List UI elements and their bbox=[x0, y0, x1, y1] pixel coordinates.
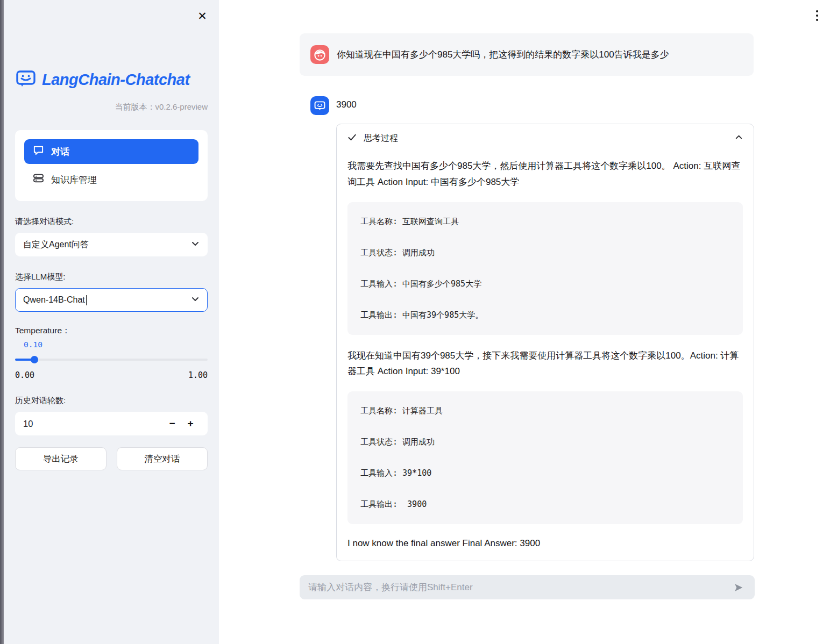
send-icon bbox=[733, 582, 744, 593]
tool-status-line: 工具状态: 调用成功 bbox=[360, 248, 730, 258]
llm-model-value: Qwen-14B-Chat bbox=[23, 295, 85, 305]
kebab-menu-icon[interactable] bbox=[810, 8, 824, 24]
tool-call-box-1: 工具名称: 互联网查询工具 工具状态: 调用成功 工具输入: 中国有多少个985… bbox=[347, 202, 743, 335]
dialog-mode-select[interactable]: 自定义Agent问答 bbox=[15, 233, 208, 256]
temperature-value: 0.10 bbox=[24, 340, 208, 349]
sidebar-item-dialogue[interactable]: 对话 bbox=[24, 139, 198, 164]
llm-model-select[interactable]: Qwen-14B-Chat bbox=[15, 288, 208, 312]
sidebar-item-knowledge-base[interactable]: 知识库管理 bbox=[24, 167, 198, 192]
tool-input-line: 工具输入: 中国有多少个985大学 bbox=[360, 279, 730, 289]
tool-call-box-2: 工具名称: 计算器工具 工具状态: 调用成功 工具输入: 39*100 工具输出… bbox=[347, 391, 743, 524]
llm-model-label: 选择LLM模型: bbox=[15, 272, 208, 282]
dialog-mode-label: 请选择对话模式: bbox=[15, 217, 208, 227]
sidebar: ✕ LangChain-Chatchat 当前版本：v0.2.6-preview… bbox=[4, 0, 219, 644]
user-face-icon bbox=[313, 47, 327, 62]
temperature-slider[interactable] bbox=[15, 356, 208, 363]
history-rounds-input[interactable]: 10 − + bbox=[15, 412, 208, 435]
tool-output-line: 工具输出: 中国有39个985大学。 bbox=[360, 310, 730, 320]
chat-bubble-icon bbox=[33, 145, 44, 159]
dialog-mode-value: 自定义Agent问答 bbox=[23, 239, 191, 251]
slider-track bbox=[15, 359, 208, 361]
chevron-down-icon bbox=[191, 239, 200, 250]
chatchat-logo-icon bbox=[15, 68, 37, 91]
final-answer-text: I now know the final answer Final Answer… bbox=[347, 538, 743, 549]
temperature-min-label: 0.00 bbox=[15, 370, 34, 380]
thinking-expander-header[interactable]: 思考过程 bbox=[337, 124, 754, 149]
tool-name-line: 工具名称: 计算器工具 bbox=[360, 406, 730, 416]
assistant-answer-text: 3900 bbox=[336, 99, 357, 110]
slider-thumb[interactable] bbox=[31, 356, 38, 363]
sidebar-item-label: 知识库管理 bbox=[51, 174, 97, 186]
brand-title: LangChain-Chatchat bbox=[42, 71, 190, 89]
export-records-button[interactable]: 导出记录 bbox=[15, 447, 107, 470]
chatbot-icon bbox=[313, 99, 327, 112]
sidebar-item-label: 对话 bbox=[51, 146, 69, 158]
clear-dialogue-button[interactable]: 清空对话 bbox=[117, 447, 208, 470]
user-message: 你知道现在中国有多少个985大学吗，把这得到的结果的数字乘以100告诉我是多少 bbox=[300, 33, 754, 76]
assistant-avatar bbox=[310, 96, 329, 115]
user-avatar bbox=[310, 45, 329, 64]
chevron-up-icon[interactable] bbox=[735, 133, 743, 144]
user-message-text: 你知道现在中国有多少个985大学吗，把这得到的结果的数字乘以100告诉我是多少 bbox=[337, 48, 669, 61]
checkmark-icon bbox=[347, 133, 357, 144]
chat-input[interactable] bbox=[308, 582, 725, 593]
tool-output-line: 工具输出: 3900 bbox=[360, 499, 730, 510]
tool-status-line: 工具状态: 调用成功 bbox=[360, 437, 730, 447]
thinking-paragraph-1: 我需要先查找中国有多少个985大学，然后使用计算器工具将这个数字乘以100。 A… bbox=[347, 158, 743, 190]
temperature-max-label: 1.00 bbox=[188, 370, 208, 380]
tool-name-line: 工具名称: 互联网查询工具 bbox=[360, 217, 730, 227]
thinking-expander: 思考过程 我需要先查找中国有多少个985大学，然后使用计算器工具将这个数字乘以1… bbox=[336, 124, 754, 561]
increment-button[interactable]: + bbox=[181, 418, 200, 430]
text-caret bbox=[86, 295, 87, 305]
close-icon: ✕ bbox=[197, 10, 207, 22]
chat-input-bar bbox=[300, 575, 755, 599]
history-rounds-value: 10 bbox=[23, 419, 163, 429]
history-rounds-label: 历史对话轮数: bbox=[15, 396, 208, 406]
decrement-button[interactable]: − bbox=[163, 418, 181, 430]
thinking-title: 思考过程 bbox=[364, 133, 728, 144]
database-icon bbox=[33, 173, 44, 187]
tool-input-line: 工具输入: 39*100 bbox=[360, 468, 730, 478]
brand-logo: LangChain-Chatchat bbox=[15, 68, 208, 91]
temperature-label: Temperature： bbox=[15, 325, 208, 337]
chevron-down-icon bbox=[191, 295, 200, 305]
window-edge-strip bbox=[0, 0, 4, 644]
nav-card: 对话 知识库管理 bbox=[15, 130, 208, 201]
version-text: 当前版本：v0.2.6-preview bbox=[15, 102, 208, 112]
sidebar-close-button[interactable]: ✕ bbox=[195, 9, 209, 23]
thinking-paragraph-2: 我现在知道中国有39个985大学，接下来我需要使用计算器工具将这个数字乘以100… bbox=[347, 348, 743, 380]
send-button[interactable] bbox=[731, 580, 746, 595]
